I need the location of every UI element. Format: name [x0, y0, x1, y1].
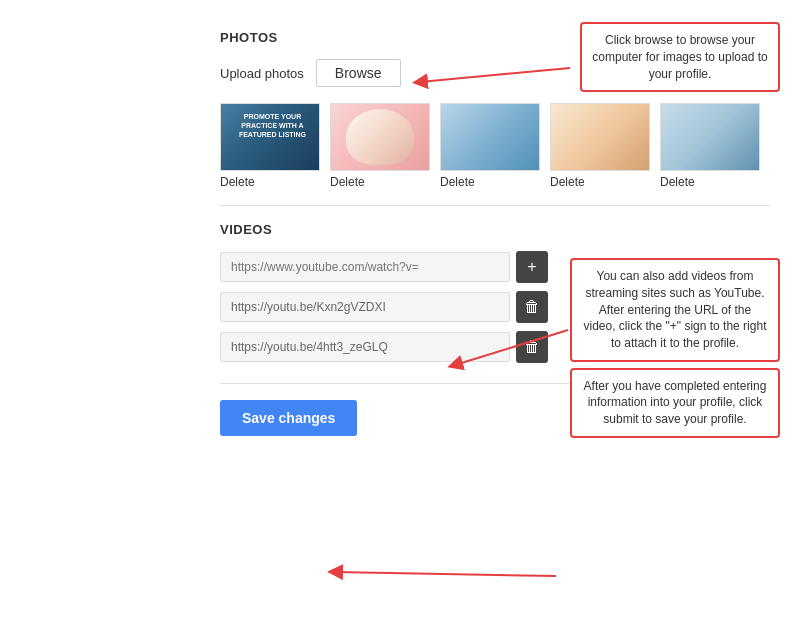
videos-section-title: VIDEOS [220, 222, 770, 237]
callout-save: After you have completed entering inform… [570, 368, 780, 438]
upload-photos-label: Upload photos [220, 66, 304, 81]
photo-item-2: Delete [330, 103, 430, 189]
video-url-input-1[interactable] [220, 292, 510, 322]
photo-thumb-3 [440, 103, 540, 171]
delete-video-button-2[interactable]: 🗑 [516, 331, 548, 363]
photo-thumb-1 [220, 103, 320, 171]
save-changes-button[interactable]: Save changes [220, 400, 357, 436]
delete-photo-2[interactable]: Delete [330, 175, 365, 189]
photo-item-5: Delete [660, 103, 760, 189]
browse-button[interactable]: Browse [316, 59, 401, 87]
delete-photo-3[interactable]: Delete [440, 175, 475, 189]
delete-photo-5[interactable]: Delete [660, 175, 695, 189]
svg-line-2 [335, 572, 556, 576]
photo-item-1: Delete [220, 103, 320, 189]
callout-videos: You can also add videos from streaming s… [570, 258, 780, 362]
photo-thumb-4 [550, 103, 650, 171]
photo-thumb-5 [660, 103, 760, 171]
video-url-input-new[interactable] [220, 252, 510, 282]
video-url-input-2[interactable] [220, 332, 510, 362]
photos-grid: Delete Delete Delete Delete Delete [220, 103, 770, 189]
photo-thumb-2 [330, 103, 430, 171]
delete-photo-1[interactable]: Delete [220, 175, 255, 189]
delete-photo-4[interactable]: Delete [550, 175, 585, 189]
add-video-button[interactable]: + [516, 251, 548, 283]
callout-browse: Click browse to browse your computer for… [580, 22, 780, 92]
photo-item-4: Delete [550, 103, 650, 189]
photo-item-3: Delete [440, 103, 540, 189]
delete-video-button-1[interactable]: 🗑 [516, 291, 548, 323]
section-divider-1 [220, 205, 770, 206]
